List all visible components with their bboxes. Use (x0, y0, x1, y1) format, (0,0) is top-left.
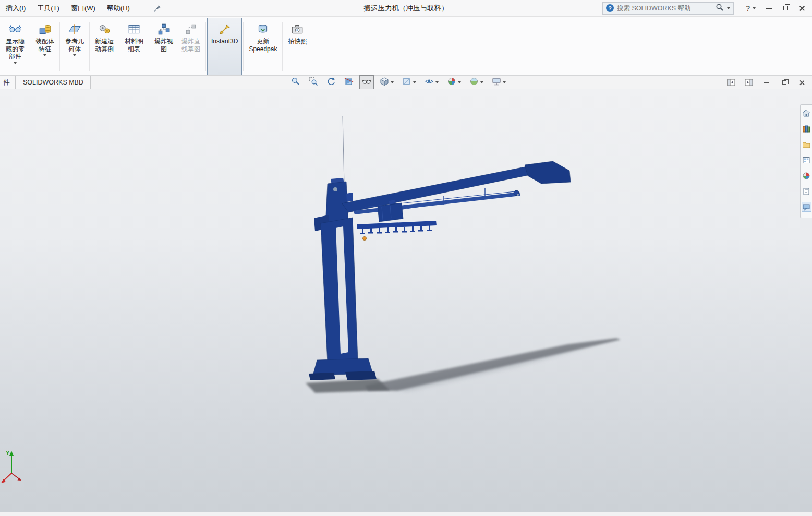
previous-view-button[interactable] (324, 75, 338, 90)
help-menu[interactable]: ? (746, 4, 756, 13)
take-snapshot-button[interactable]: 拍快照 (284, 18, 311, 75)
previous-view-icon (326, 77, 336, 88)
pane-left-toggle-icon[interactable] (724, 77, 738, 88)
reference-geometry-button[interactable]: 参考几 何体 (61, 18, 88, 75)
apply-scene-icon (469, 77, 479, 88)
section-view-icon (344, 77, 354, 88)
chevron-down-icon[interactable] (43, 54, 46, 56)
custom-properties-icon[interactable] (802, 187, 811, 196)
help-dropdown-icon[interactable] (753, 7, 756, 9)
menu-help[interactable]: 帮助(H) (101, 0, 136, 17)
assembly-features-icon (38, 22, 52, 37)
document-minimize-button[interactable] (760, 77, 773, 88)
camera-icon (290, 22, 304, 37)
zoom-area-icon (309, 77, 318, 88)
help-question-label: ? (746, 4, 750, 13)
button-label: 材料明 细表 (125, 38, 143, 53)
restore-button[interactable] (778, 2, 793, 15)
minimize-button[interactable] (761, 2, 777, 15)
display-style-icon (402, 77, 411, 88)
edit-appearance-icon (447, 77, 456, 88)
ribbon-toolbar: 显示隐 藏的零 部件 装配体 特征 参考几 何体 新建运 动算例 (0, 17, 812, 76)
file-explorer-icon[interactable] (802, 140, 811, 149)
solidworks-window: 插入(I) 工具(T) 窗口(W) 帮助(H) 搬运压力机（冲压与取料） ? ? (0, 0, 812, 516)
apply-scene-button[interactable] (467, 75, 486, 90)
document-window-controls (724, 76, 809, 89)
chevron-down-icon[interactable] (435, 81, 439, 83)
zoom-area-button[interactable] (306, 75, 321, 90)
button-label: 更新 Speedpak (249, 38, 277, 53)
assembly-model: Y (0, 89, 812, 512)
button-label: 爆炸直 线草图 (181, 38, 200, 53)
bill-of-materials-button[interactable]: 材料明 细表 (120, 18, 148, 75)
exploded-view-icon (157, 22, 171, 37)
pin-icon[interactable] (153, 4, 162, 13)
assembly-features-button[interactable]: 装配体 特征 (31, 18, 58, 75)
chevron-down-icon[interactable] (458, 81, 461, 83)
button-label: 新建运 动算例 (95, 38, 114, 53)
tab-addins-partial[interactable]: 件 (0, 76, 16, 89)
display-style-button[interactable] (399, 75, 419, 90)
menu-insert[interactable]: 插入(I) (0, 0, 31, 17)
zoom-fit-button[interactable] (288, 75, 303, 90)
instant3d-icon (218, 22, 232, 37)
view-palette-icon[interactable] (802, 155, 811, 164)
button-label: 参考几 何体 (65, 38, 84, 53)
reference-geometry-icon (68, 22, 81, 37)
robot-arm-model (309, 116, 571, 380)
graphics-viewport[interactable]: Y (0, 89, 812, 512)
tab-label: 件 (3, 78, 10, 87)
new-motion-study-button[interactable]: 新建运 动算例 (91, 18, 118, 75)
triad-y-label: Y (6, 450, 10, 456)
task-pane-tabs (800, 104, 812, 218)
hide-show-items-button[interactable] (422, 75, 441, 90)
ribbon-separator (59, 22, 60, 71)
document-restore-button[interactable] (778, 77, 791, 88)
chevron-down-icon[interactable] (480, 81, 483, 83)
button-label: 爆炸视 图 (154, 38, 173, 53)
chevron-down-icon[interactable] (14, 62, 17, 64)
view-settings-button[interactable] (489, 75, 508, 90)
resources-home-icon[interactable] (802, 109, 811, 117)
ribbon-separator (205, 22, 206, 71)
heads-up-view-toolbar (288, 76, 508, 89)
ribbon-separator (30, 22, 30, 71)
edit-appearance-button[interactable] (444, 75, 464, 90)
annotation-views-button[interactable] (359, 75, 374, 90)
tab-solidworks-mbd[interactable]: SOLIDWORKS MBD (16, 76, 91, 89)
button-label: 显示隐 藏的零 部件 (6, 38, 25, 61)
chevron-down-icon[interactable] (73, 54, 76, 56)
origin-marker (363, 237, 367, 241)
explode-line-sketch-button: 爆炸直 线草图 (177, 18, 204, 75)
appearances-icon[interactable] (802, 171, 811, 180)
instant3d-button[interactable]: Instant3D (207, 18, 242, 75)
design-library-icon[interactable] (802, 124, 811, 133)
status-bar (0, 512, 812, 516)
search-icon[interactable] (716, 3, 724, 14)
button-label: 拍快照 (288, 38, 307, 45)
button-label: Instant3D (211, 38, 238, 45)
chevron-down-icon[interactable] (413, 81, 416, 83)
pane-right-toggle-icon[interactable] (742, 77, 756, 88)
menu-tools[interactable]: 工具(T) (31, 0, 65, 17)
chevron-down-icon[interactable] (503, 81, 506, 83)
update-speedpak-button[interactable]: 更新 Speedpak (245, 18, 281, 75)
ribbon-separator (149, 22, 149, 71)
window-title: 搬运压力机（冲压与取料） (364, 4, 449, 13)
section-view-button[interactable] (342, 75, 356, 90)
menu-window[interactable]: 窗口(W) (65, 0, 101, 17)
close-button[interactable] (794, 2, 810, 15)
view-settings-icon (492, 77, 501, 88)
forum-icon[interactable] (802, 202, 811, 211)
coordinate-triad: Y (1, 450, 21, 483)
search-dropdown-icon[interactable] (727, 7, 730, 9)
view-orientation-button[interactable] (377, 75, 396, 90)
zoom-fit-icon (291, 77, 300, 88)
search-input[interactable] (617, 5, 712, 12)
title-bar: 插入(I) 工具(T) 窗口(W) 帮助(H) 搬运压力机（冲压与取料） ? ? (0, 0, 812, 17)
document-close-button[interactable] (795, 77, 809, 88)
help-search-box[interactable]: ? (602, 2, 734, 15)
show-hidden-components-button[interactable]: 显示隐 藏的零 部件 (2, 18, 29, 75)
chevron-down-icon[interactable] (391, 81, 394, 83)
exploded-view-button[interactable]: 爆炸视 图 (150, 18, 177, 75)
